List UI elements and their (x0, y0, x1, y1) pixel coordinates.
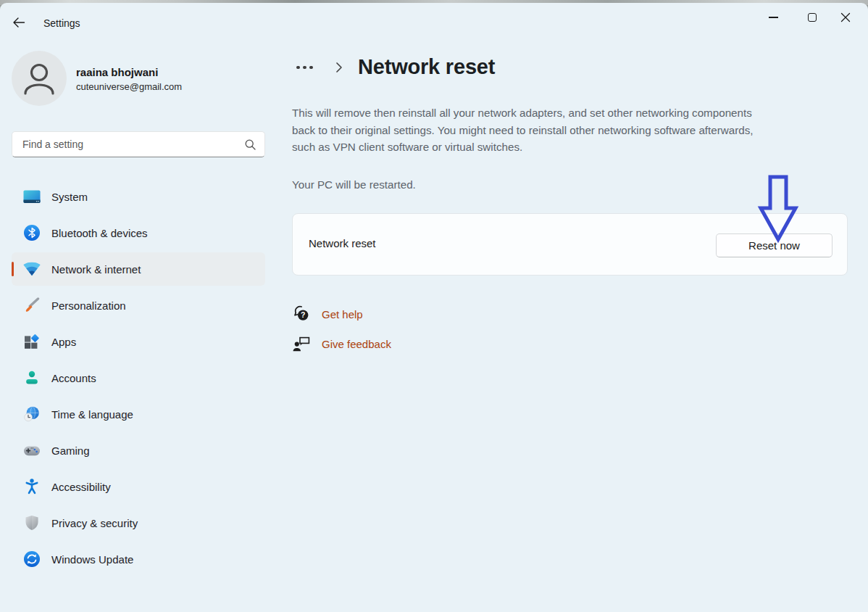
back-arrow-icon (12, 17, 25, 28)
description-line: This will remove then reinstall all your… (292, 104, 754, 122)
get-help-label: Get help (322, 308, 363, 321)
globe-clock-icon (23, 405, 41, 423)
close-button[interactable] (829, 6, 862, 29)
search-box[interactable] (12, 131, 265, 157)
wifi-icon (23, 260, 41, 278)
search-icon (245, 139, 256, 150)
avatar[interactable] (12, 51, 67, 106)
ellipsis-icon (309, 66, 313, 70)
close-icon (840, 12, 851, 22)
sidebar-item-system[interactable]: System (12, 180, 265, 213)
sidebar-item-gaming[interactable]: Gaming (12, 434, 265, 467)
card-label: Network reset (309, 237, 376, 249)
sidebar-item-label: Apps (51, 336, 76, 348)
settings-window: Settings raaina bhojwani cuteuniverse@gm… (0, 0, 868, 612)
gamepad-icon (23, 442, 41, 459)
sidebar-item-network-internet[interactable]: Network & internet (12, 252, 265, 286)
system-icon (23, 188, 41, 205)
breadcrumb-more-button[interactable] (296, 64, 313, 71)
give-feedback-label: Give feedback (322, 338, 391, 350)
sidebar-item-label: Gaming (51, 444, 90, 457)
reset-now-button[interactable]: Reset now (716, 233, 832, 257)
person-icon (12, 51, 67, 106)
network-reset-card: Network reset Reset now (292, 213, 848, 276)
help-bubble-icon: ? (292, 305, 311, 323)
sidebar-item-time-language[interactable]: Time & language (12, 397, 265, 431)
restart-note: Your PC will be restarted. (292, 178, 416, 191)
brush-icon (23, 297, 41, 314)
sidebar-item-personalization[interactable]: Personalization (12, 289, 265, 322)
sidebar-item-apps[interactable]: Apps (12, 325, 265, 358)
description-line: such as VPN client software or virtual s… (292, 138, 754, 156)
sidebar-item-label: Privacy & security (51, 517, 138, 529)
apps-icon (23, 333, 41, 350)
feedback-person-icon (292, 334, 311, 353)
svg-text:?: ? (301, 310, 305, 319)
sidebar-item-label: Accessibility (51, 481, 111, 493)
selected-indicator (12, 262, 14, 276)
description-line: back to their original settings. You mig… (292, 122, 754, 139)
bluetooth-icon (23, 224, 41, 241)
shield-icon (23, 514, 41, 532)
account-name: raaina bhojwani (76, 66, 158, 78)
sidebar-item-label: Personalization (51, 299, 126, 312)
page-description: This will remove then reinstall all your… (292, 104, 754, 156)
give-feedback-link[interactable]: Give feedback (292, 334, 391, 353)
sidebar-item-label: Windows Update (51, 553, 133, 566)
sidebar-nav: System Bluetooth & devices (12, 180, 265, 576)
maximize-button[interactable] (796, 6, 829, 29)
chevron-right-icon (335, 62, 343, 76)
maximize-icon (808, 13, 817, 22)
minimize-icon (769, 17, 778, 18)
search-input[interactable] (22, 138, 245, 150)
accounts-icon (23, 369, 41, 386)
get-help-link[interactable]: ? Get help (292, 305, 363, 323)
page-title: Network reset (358, 55, 495, 79)
sidebar-item-windows-update[interactable]: Windows Update (12, 542, 265, 576)
sidebar-item-label: Accounts (51, 372, 96, 384)
sidebar-item-privacy-security[interactable]: Privacy & security (12, 506, 265, 539)
sidebar-item-label: Time & language (51, 408, 133, 421)
back-button[interactable] (12, 17, 28, 30)
sidebar-item-accounts[interactable]: Accounts (12, 361, 265, 394)
sidebar-item-label: Network & internet (51, 263, 141, 276)
minimize-button[interactable] (756, 6, 790, 29)
account-email: cuteuniverse@gmail.com (76, 81, 182, 92)
sidebar-item-label: System (51, 191, 88, 203)
window-title: Settings (43, 17, 80, 29)
sidebar-item-label: Bluetooth & devices (51, 227, 148, 239)
windows-update-icon (23, 550, 41, 568)
sidebar-item-accessibility[interactable]: Accessibility (12, 470, 265, 503)
accessibility-icon (23, 478, 41, 495)
sidebar-item-bluetooth-devices[interactable]: Bluetooth & devices (12, 216, 265, 249)
ellipsis-icon (303, 66, 306, 70)
ellipsis-icon (296, 66, 300, 70)
